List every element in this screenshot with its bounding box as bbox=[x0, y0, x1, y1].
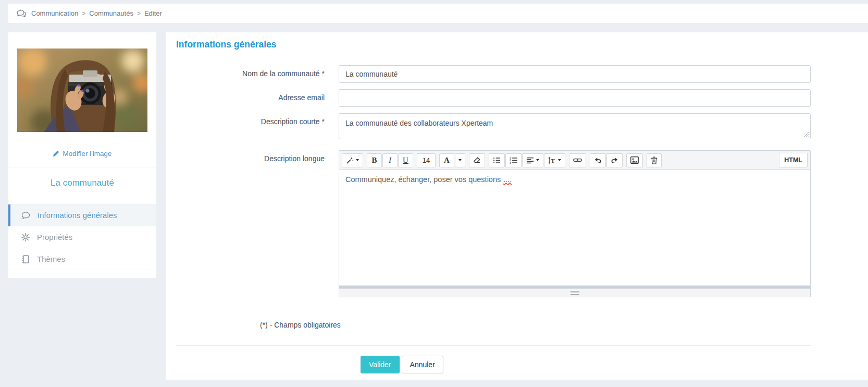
bold-button[interactable]: B bbox=[367, 153, 382, 167]
ordered-list-icon: 1 2 3 bbox=[510, 156, 517, 164]
community-photo bbox=[17, 49, 147, 132]
ordered-list-button[interactable]: 1 2 3 bbox=[505, 153, 522, 167]
cancel-button[interactable]: Annuler bbox=[402, 356, 443, 373]
undo-icon bbox=[594, 156, 602, 164]
rich-text-editor: B I U 14 A bbox=[339, 150, 811, 297]
gear-icon bbox=[21, 233, 30, 242]
clear-format-button[interactable] bbox=[469, 153, 485, 167]
caret-down-icon bbox=[458, 159, 462, 161]
underline-button[interactable]: U bbox=[398, 153, 413, 167]
undo-button[interactable] bbox=[590, 153, 606, 167]
picture-icon bbox=[630, 156, 639, 164]
font-size-button[interactable]: 14 bbox=[417, 153, 436, 167]
unordered-list-icon bbox=[493, 156, 501, 164]
sidebar-item-label: Propriétés bbox=[37, 233, 72, 241]
delete-button[interactable] bbox=[647, 153, 662, 167]
breadcrumb-item-communautes[interactable]: Communautés bbox=[89, 9, 133, 17]
font-color-button[interactable]: A bbox=[439, 153, 454, 167]
field-row-email: Adresse email bbox=[166, 89, 868, 107]
pencil-icon bbox=[53, 150, 59, 157]
editor-content[interactable]: Communiquez, échanger, poser vos questio… bbox=[339, 170, 810, 285]
redo-icon bbox=[611, 156, 618, 164]
field-row-long-description: Description longue bbox=[166, 150, 868, 297]
field-row-short-description: Description courte * La communauté des c… bbox=[166, 113, 868, 139]
sidebar-menu: Informations générales Propriétés Thèmes bbox=[8, 204, 156, 270]
editor-text: Communiquez, échanger, poser vos questio… bbox=[345, 175, 501, 184]
eraser-icon bbox=[473, 156, 481, 164]
redo-button[interactable] bbox=[606, 153, 623, 167]
breadcrumb-item-editer: Editer bbox=[144, 9, 162, 17]
svg-text:T: T bbox=[551, 157, 555, 163]
email-field-label: Adresse email bbox=[166, 89, 325, 102]
short-description-textarea[interactable]: La communauté des collaborateurs Xpertea… bbox=[339, 113, 811, 139]
style-dropdown-button[interactable] bbox=[342, 153, 363, 167]
editor-toolbar: B I U 14 A bbox=[339, 151, 810, 170]
caret-down-icon bbox=[536, 159, 539, 161]
font-color-dropdown-button[interactable] bbox=[455, 153, 465, 167]
sidebar-item-label: Informations générales bbox=[38, 211, 117, 220]
codeview-button[interactable]: HTML bbox=[779, 153, 808, 167]
form-actions: Valider Annuler bbox=[361, 356, 868, 373]
sidebar-item-label: Thèmes bbox=[37, 255, 65, 263]
paragraph-align-icon bbox=[526, 156, 534, 164]
name-input[interactable] bbox=[339, 65, 811, 83]
sidebar-item-themes[interactable]: Thèmes bbox=[8, 248, 156, 270]
field-row-name: Nom de la communauté * bbox=[166, 65, 868, 83]
breadcrumb-separator: > bbox=[137, 10, 141, 17]
email-input[interactable] bbox=[339, 89, 811, 107]
main-panel: Informations générales Nom de la communa… bbox=[166, 32, 868, 380]
required-fields-note: (*) - Champs obligatoires bbox=[260, 321, 868, 329]
link-icon bbox=[573, 157, 582, 163]
breadcrumb-separator: > bbox=[82, 10, 85, 17]
page-title: Informations générales bbox=[166, 32, 868, 50]
breadcrumb: Communication > Communautés > Editer bbox=[8, 4, 868, 23]
line-height-icon: T bbox=[548, 156, 556, 164]
sidebar-item-informations-generales[interactable]: Informations générales bbox=[8, 204, 156, 226]
trash-icon bbox=[651, 156, 658, 164]
divider bbox=[8, 167, 156, 167]
breadcrumb-item-communication[interactable]: Communication bbox=[31, 9, 78, 17]
caret-down-icon bbox=[558, 159, 561, 161]
unordered-list-button[interactable] bbox=[489, 153, 505, 167]
chat-bubble-icon bbox=[21, 211, 31, 220]
edit-image-label: Modifier l'image bbox=[63, 150, 111, 158]
notebook-icon bbox=[21, 255, 30, 264]
edit-image-link[interactable]: Modifier l'image bbox=[8, 149, 156, 158]
resize-grip-icon bbox=[571, 291, 579, 295]
sidebar-item-proprietes[interactable]: Propriétés bbox=[8, 226, 156, 248]
short-description-label: Description courte * bbox=[166, 113, 325, 126]
svg-text:3: 3 bbox=[510, 161, 511, 164]
caret-down-icon bbox=[356, 159, 359, 161]
chat-bubbles-icon bbox=[16, 9, 27, 18]
long-description-label: Description longue bbox=[166, 150, 325, 163]
sidebar-card: Modifier l'image La communauté Informati… bbox=[8, 32, 156, 278]
italic-button[interactable]: I bbox=[382, 153, 398, 167]
divider bbox=[176, 345, 811, 346]
magic-wand-icon bbox=[346, 156, 354, 164]
editor-resize-bar[interactable] bbox=[339, 288, 810, 297]
editor-misspelled-text: .... bbox=[503, 175, 512, 184]
submit-button[interactable]: Valider bbox=[361, 356, 400, 373]
name-field-label: Nom de la communauté * bbox=[166, 65, 325, 78]
insert-link-button[interactable] bbox=[569, 153, 586, 167]
insert-image-button[interactable] bbox=[626, 153, 643, 167]
textarea-resize-handle[interactable] bbox=[804, 132, 809, 137]
paragraph-align-button[interactable] bbox=[522, 153, 543, 167]
line-height-button[interactable]: T bbox=[544, 153, 565, 167]
community-title: La communauté bbox=[8, 178, 156, 189]
